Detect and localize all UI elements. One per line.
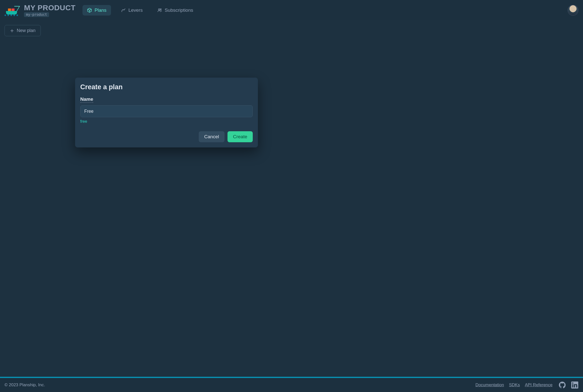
modal-title: Create a plan — [80, 83, 253, 91]
tab-plans[interactable]: Plans — [82, 5, 111, 16]
product-title: MY PRODUCT — [24, 4, 76, 12]
plus-icon — [10, 28, 14, 33]
modal-actions: Cancel Create — [80, 131, 253, 142]
plan-name-input[interactable] — [80, 105, 253, 117]
main-area: New plan Create a plan Name free Cancel … — [0, 20, 583, 377]
user-avatar[interactable] — [568, 5, 578, 16]
tab-label: Plans — [94, 8, 106, 13]
planship-logo-icon — [4, 4, 20, 16]
app-header: MY PRODUCT my-product Plans Levers — [0, 0, 583, 20]
main-tabs: Plans Levers Subscriptions — [82, 5, 198, 16]
tab-label: Subscriptions — [165, 8, 193, 13]
footer-link-documentation[interactable]: Documentation — [476, 382, 504, 388]
create-plan-modal: Create a plan Name free Cancel Create — [75, 78, 258, 148]
footer-social-icons — [558, 381, 578, 389]
product-block: MY PRODUCT my-product — [4, 4, 76, 17]
copyright-text: © 2023 Planship, Inc. — [4, 382, 45, 388]
tab-subscriptions[interactable]: Subscriptions — [153, 5, 198, 16]
users-icon — [157, 8, 162, 13]
name-field-label: Name — [80, 96, 93, 103]
cancel-button[interactable]: Cancel — [199, 131, 224, 142]
github-icon[interactable] — [558, 381, 566, 389]
app-footer: © 2023 Planship, Inc. Documentation SDKs… — [0, 378, 583, 392]
create-button[interactable]: Create — [228, 131, 253, 142]
product-names: MY PRODUCT my-product — [24, 4, 76, 17]
footer-links: Documentation SDKs API Reference — [476, 382, 552, 388]
tab-label: Levers — [128, 8, 143, 13]
svg-point-0 — [158, 9, 160, 10]
new-plan-button[interactable]: New plan — [4, 25, 41, 36]
levers-icon — [121, 8, 126, 13]
footer-link-sdks[interactable]: SDKs — [509, 382, 520, 388]
new-plan-label: New plan — [17, 28, 36, 33]
linkedin-icon[interactable] — [571, 381, 578, 389]
product-slug-chip: my-product — [24, 12, 49, 17]
footer-link-api-reference[interactable]: API Reference — [525, 382, 552, 388]
tab-levers[interactable]: Levers — [116, 5, 147, 16]
package-icon — [87, 8, 92, 13]
svg-point-1 — [160, 9, 161, 10]
plan-slug-preview: free — [80, 119, 253, 124]
